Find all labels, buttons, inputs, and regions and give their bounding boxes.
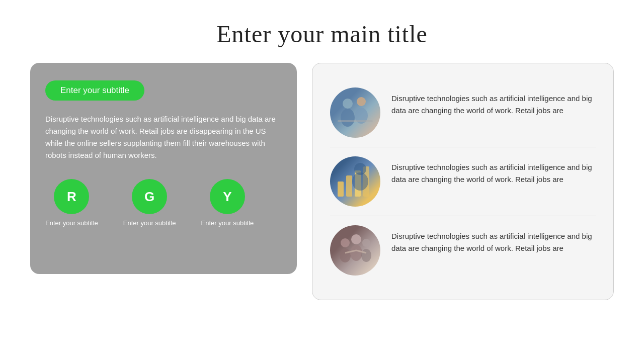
avatar-circle-y: Y — [210, 179, 245, 214]
subtitle-button[interactable]: Enter your subtitle — [45, 80, 144, 101]
right-image-2 — [330, 156, 380, 207]
right-image-1 — [330, 87, 380, 138]
right-text-1: Disruptive technologies such as artifici… — [391, 87, 596, 117]
right-row-1: Disruptive technologies such as artifici… — [330, 78, 596, 147]
right-text-2: Disruptive technologies such as artifici… — [391, 156, 596, 186]
business-icon — [330, 87, 380, 138]
right-row-3: Disruptive technologies such as artifici… — [330, 216, 596, 285]
left-card: Enter your subtitle Disruptive technolog… — [30, 63, 297, 274]
right-text-3: Disruptive technologies such as artifici… — [391, 225, 596, 254]
svg-rect-6 — [346, 175, 352, 197]
avatar-circle-r: R — [54, 179, 89, 214]
avatar-item-g: G Enter your subtitle — [123, 179, 176, 227]
svg-point-0 — [343, 99, 353, 109]
right-row-2: Disruptive technologies such as artifici… — [330, 147, 596, 216]
svg-point-11 — [341, 238, 350, 247]
svg-point-16 — [361, 249, 371, 262]
main-title: Enter your main title — [0, 0, 644, 48]
svg-point-12 — [340, 248, 351, 262]
right-image-3 — [330, 225, 380, 276]
avatar-item-r: R Enter your subtitle — [45, 179, 98, 227]
team-icon — [330, 225, 380, 276]
svg-point-14 — [350, 245, 362, 261]
content-area: Enter your subtitle Disruptive technolog… — [0, 63, 644, 300]
svg-point-2 — [357, 97, 366, 106]
svg-rect-4 — [338, 120, 373, 122]
avatar-label-r: Enter your subtitle — [45, 219, 98, 227]
left-body-text: Disruptive technologies such as artifici… — [45, 113, 282, 161]
svg-point-10 — [352, 172, 368, 191]
avatar-label-y: Enter your subtitle — [201, 219, 254, 227]
avatars-row: R Enter your subtitle G Enter your subti… — [45, 179, 282, 227]
svg-point-13 — [351, 234, 361, 244]
avatar-circle-g: G — [132, 179, 167, 214]
svg-point-15 — [362, 239, 370, 247]
svg-rect-5 — [338, 182, 344, 197]
avatar-item-y: Y Enter your subtitle — [201, 179, 254, 227]
right-card: Disruptive technologies such as artifici… — [312, 63, 614, 300]
avatar-label-g: Enter your subtitle — [123, 219, 176, 227]
svg-point-1 — [341, 109, 355, 127]
chart-icon — [330, 156, 380, 207]
